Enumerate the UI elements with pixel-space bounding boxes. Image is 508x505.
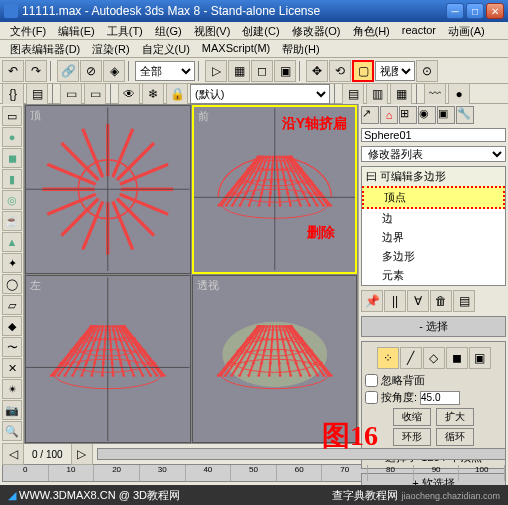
torus-icon[interactable]: ◎ <box>2 190 22 210</box>
sphere-icon[interactable]: ● <box>2 127 22 147</box>
ignore-backface-check[interactable]: 忽略背面 <box>365 373 502 388</box>
ref-coord[interactable]: 视图 <box>375 61 415 81</box>
box-icon[interactable]: ◼ <box>2 148 22 168</box>
undo-button[interactable]: ↶ <box>2 60 24 82</box>
selection-rollout[interactable]: - 选择 <box>361 316 506 337</box>
curve-tool[interactable]: 〰 <box>424 83 446 105</box>
zoom-icon[interactable]: 🔍 <box>2 421 22 441</box>
shrink-button[interactable]: 收缩 <box>393 408 431 426</box>
menu-0[interactable]: 文件(F) <box>4 22 52 39</box>
layer-eye-icon[interactable]: 👁 <box>118 83 140 105</box>
unlink-button[interactable]: ⊘ <box>80 60 102 82</box>
menu-7[interactable]: 角色(H) <box>347 22 396 39</box>
maximize-button[interactable]: □ <box>466 3 484 19</box>
time-slider[interactable] <box>97 448 506 460</box>
menu-9[interactable]: 动画(A) <box>442 22 491 39</box>
viewport-left[interactable]: 左 <box>25 275 191 444</box>
loop-button[interactable]: 循环 <box>436 428 474 446</box>
spline-icon[interactable]: 〜 <box>2 337 22 357</box>
stack-vertex[interactable]: 顶点 <box>362 186 505 209</box>
layer-manager-button[interactable]: ▭ <box>84 83 106 105</box>
show-result-button[interactable]: || <box>384 290 406 312</box>
by-angle-check[interactable]: 按角度: <box>365 390 502 405</box>
ring-button[interactable]: 环形 <box>393 428 431 446</box>
time-slider-prev[interactable]: ◁ <box>2 443 24 465</box>
pin-stack-button[interactable]: 📌 <box>361 290 383 312</box>
subobj-poly[interactable]: ◼ <box>446 347 468 369</box>
display-tab[interactable]: ▣ <box>437 106 455 124</box>
move-button[interactable]: ✥ <box>306 60 328 82</box>
light-icon[interactable]: ✴ <box>2 379 22 399</box>
subobj-element[interactable]: ▣ <box>469 347 491 369</box>
menu-4[interactable]: 视图(V) <box>188 22 237 39</box>
menu-8[interactable]: reactor <box>396 22 442 39</box>
menu-3[interactable]: 组(G) <box>149 22 188 39</box>
stack-root[interactable]: 曰 可编辑多边形 <box>362 167 505 186</box>
hierarchy-tab[interactable]: ⊞ <box>399 106 417 124</box>
selection-filter[interactable]: 全部 <box>135 61 195 81</box>
subobj-edge[interactable]: ╱ <box>400 347 422 369</box>
layer-lock-icon[interactable]: 🔒 <box>166 83 188 105</box>
close-button[interactable]: ✕ <box>486 3 504 19</box>
teapot-icon[interactable]: ☕ <box>2 211 22 231</box>
tab-btn[interactable]: ▭ <box>2 106 22 126</box>
timeline-ruler[interactable]: 0102030405060708090100 <box>2 464 506 482</box>
stack-edge[interactable]: 边 <box>362 209 505 228</box>
layer-tool2[interactable]: ▥ <box>366 83 388 105</box>
cylinder-icon[interactable]: ▮ <box>2 169 22 189</box>
subobj-border[interactable]: ◇ <box>423 347 445 369</box>
layer-freeze-icon[interactable]: ❄ <box>142 83 164 105</box>
stack-poly[interactable]: 多边形 <box>362 247 505 266</box>
select-name-button[interactable]: ▦ <box>228 60 250 82</box>
named-sel-button[interactable]: {} <box>2 83 24 105</box>
select-button[interactable]: ▷ <box>205 60 227 82</box>
link-button[interactable]: 🔗 <box>57 60 79 82</box>
menu-6[interactable]: 修改器(O) <box>286 22 347 39</box>
subobj-vertex[interactable]: ⁘ <box>377 347 399 369</box>
hedra-icon[interactable]: ◆ <box>2 316 22 336</box>
modifier-stack[interactable]: 曰 可编辑多边形 顶点 边 边界 多边形 元素 <box>361 166 506 286</box>
scale-button[interactable]: ▢ <box>352 60 374 82</box>
menu-10[interactable]: 图表编辑器(D) <box>4 40 86 57</box>
unique-button[interactable]: ∀ <box>407 290 429 312</box>
menu-2[interactable]: 工具(T) <box>101 22 149 39</box>
layer-tool1[interactable]: ▤ <box>342 83 364 105</box>
viewport-top[interactable]: 顶 <box>25 105 191 274</box>
utilities-tab[interactable]: 🔧 <box>456 106 474 124</box>
camera-icon[interactable]: 📷 <box>2 400 22 420</box>
center-button[interactable]: ⊙ <box>416 60 438 82</box>
menu-5[interactable]: 创建(C) <box>236 22 285 39</box>
redo-button[interactable]: ↷ <box>25 60 47 82</box>
modify-tab[interactable]: ⌂ <box>380 106 398 124</box>
grow-button[interactable]: 扩大 <box>436 408 474 426</box>
menu-12[interactable]: 自定义(U) <box>136 40 196 57</box>
remove-mod-button[interactable]: 🗑 <box>430 290 452 312</box>
material-button[interactable]: ● <box>448 83 470 105</box>
create-tab[interactable]: ↗ <box>361 106 379 124</box>
time-slider-next[interactable]: ▷ <box>71 443 93 465</box>
menu-14[interactable]: 帮助(H) <box>276 40 325 57</box>
window-crossing-button[interactable]: ▣ <box>274 60 296 82</box>
modifier-list[interactable]: 修改器列表 <box>361 146 506 162</box>
layer-tool3[interactable]: ▦ <box>390 83 412 105</box>
plane-icon[interactable]: ▱ <box>2 295 22 315</box>
menu-1[interactable]: 编辑(E) <box>52 22 101 39</box>
helper-icon[interactable]: ✕ <box>2 358 22 378</box>
bind-button[interactable]: ◈ <box>103 60 125 82</box>
cone-icon[interactable]: ▲ <box>2 232 22 252</box>
menu-11[interactable]: 渲染(R) <box>86 40 135 57</box>
schematic-button[interactable]: ▤ <box>26 83 48 105</box>
viewport-front[interactable]: 前 沿Y轴挤扁 删除 <box>192 105 358 274</box>
star-icon[interactable]: ✦ <box>2 253 22 273</box>
minimize-button[interactable]: ─ <box>446 3 464 19</box>
menu-13[interactable]: MAXScript(M) <box>196 40 276 57</box>
config-button[interactable]: ▤ <box>453 290 475 312</box>
stack-element[interactable]: 元素 <box>362 266 505 285</box>
object-name-field[interactable]: Sphere01 <box>361 128 506 142</box>
select-region-button[interactable]: ◻ <box>251 60 273 82</box>
tube-icon[interactable]: ◯ <box>2 274 22 294</box>
stack-border[interactable]: 边界 <box>362 228 505 247</box>
layer-select[interactable]: (默认) <box>190 84 330 104</box>
motion-tab[interactable]: ◉ <box>418 106 436 124</box>
layer-new-button[interactable]: ▭ <box>60 83 82 105</box>
